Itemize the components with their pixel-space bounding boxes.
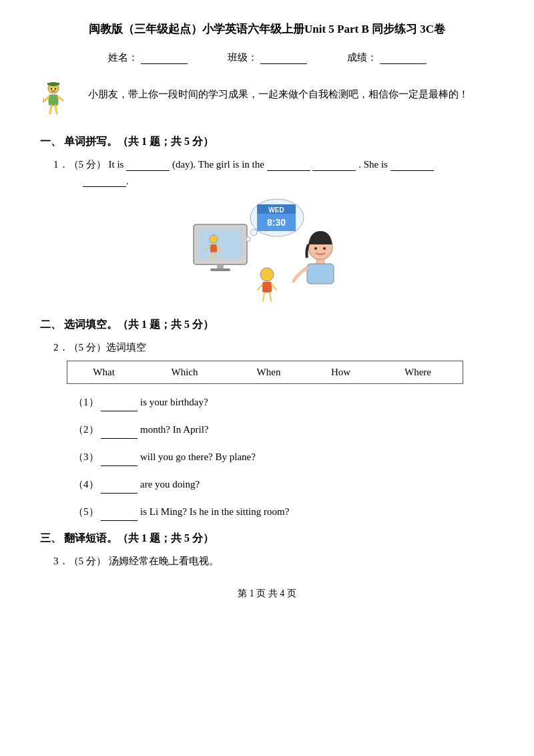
section3-title: 三、 翻译短语。（共 1 题；共 5 分） bbox=[40, 532, 494, 546]
illustration-area: WED 8:30 bbox=[40, 198, 494, 305]
choice-q4-num: （4） bbox=[73, 479, 99, 490]
word-where: Where bbox=[373, 361, 463, 384]
page-title: 闽教版（三年级起点）小学英语六年级上册Unit 5 Part B 同步练习 3C… bbox=[40, 20, 494, 38]
choice-q1-num: （1） bbox=[73, 397, 99, 407]
svg-rect-15 bbox=[210, 244, 217, 252]
blank-room2 bbox=[312, 159, 356, 171]
intro-box: 小朋友，带上你一段时间的学习成果，一起来做个自我检测吧，相信你一定是最棒的！ bbox=[40, 80, 494, 120]
word-what: What bbox=[67, 361, 141, 384]
choice-q5-num: （5） bbox=[73, 506, 99, 517]
svg-rect-20 bbox=[217, 264, 224, 268]
word-when: When bbox=[229, 361, 308, 384]
question-1-label: 1．（5 分） It is (day). The girl is in the … bbox=[53, 158, 494, 171]
svg-rect-34 bbox=[307, 264, 334, 284]
question-1: 1．（5 分） It is (day). The girl is in the … bbox=[40, 158, 494, 187]
svg-line-10 bbox=[50, 106, 51, 114]
word-options-table: What Which When How Where bbox=[67, 361, 463, 384]
question-3: 3．（5 分） 汤姆经常在晚上看电视。 bbox=[40, 555, 494, 568]
page-info: 第 1 页 共 4 页 bbox=[238, 588, 296, 598]
choice-q5-text: is Li Ming? Is he in the sitting room? bbox=[140, 506, 289, 517]
svg-point-35 bbox=[260, 268, 274, 281]
svg-point-3 bbox=[51, 88, 52, 89]
svg-rect-33 bbox=[316, 260, 325, 264]
svg-rect-21 bbox=[210, 268, 230, 271]
choice-q3-num: （3） bbox=[73, 451, 99, 462]
choice-q2-text: month? In April? bbox=[140, 424, 208, 435]
blank-she1 bbox=[390, 159, 434, 171]
choice-q3: （3） will you go there? By plane? bbox=[53, 448, 494, 466]
choice-q5-blank bbox=[101, 509, 138, 521]
word-options-row: What Which When How Where bbox=[67, 361, 463, 384]
svg-point-14 bbox=[210, 235, 218, 243]
svg-text:WED: WED bbox=[268, 206, 284, 214]
section2-title: 二、 选词填空。（共 1 题；共 5 分） bbox=[40, 318, 494, 332]
choice-q2-blank bbox=[101, 427, 138, 439]
word-how: How bbox=[308, 361, 373, 384]
svg-point-4 bbox=[55, 88, 56, 89]
class-field: 班级： bbox=[228, 51, 307, 64]
choice-q1-blank bbox=[101, 399, 138, 411]
score-field: 成绩： bbox=[347, 51, 427, 64]
svg-line-39 bbox=[263, 293, 264, 301]
svg-point-24 bbox=[246, 237, 251, 242]
section1-title: 一、 单词拼写。（共 1 题；共 5 分） bbox=[40, 135, 494, 149]
class-label: 班级： bbox=[228, 51, 258, 64]
svg-point-23 bbox=[250, 229, 257, 236]
choice-q2-num: （2） bbox=[73, 424, 99, 435]
score-label: 成绩： bbox=[347, 51, 377, 64]
choice-q1: （1） is your birthday? bbox=[53, 393, 494, 411]
svg-rect-2 bbox=[47, 83, 59, 85]
question-3-text: 汤姆经常在晚上看电视。 bbox=[109, 556, 219, 566]
scene-illustration: WED 8:30 bbox=[174, 198, 360, 305]
svg-text:8:30: 8:30 bbox=[267, 217, 286, 228]
class-blank bbox=[260, 52, 307, 64]
info-row: 姓名： 班级： 成绩： bbox=[40, 51, 494, 64]
question-2: 2．（5 分）选词填空 What Which When How Where （1… bbox=[40, 341, 494, 521]
choice-q4: （4） are you doing? bbox=[53, 476, 494, 494]
choice-q3-blank bbox=[101, 454, 138, 466]
question-2-label: 2．（5 分）选词填空 bbox=[53, 341, 494, 354]
blank-day bbox=[126, 159, 170, 171]
svg-point-31 bbox=[314, 247, 317, 250]
svg-line-37 bbox=[258, 285, 262, 290]
mascot-icon bbox=[40, 80, 80, 120]
choice-q4-blank bbox=[101, 482, 138, 494]
name-field: 姓名： bbox=[108, 51, 188, 64]
page-footer: 第 1 页 共 4 页 bbox=[40, 588, 494, 600]
svg-line-6 bbox=[44, 97, 49, 102]
svg-rect-5 bbox=[49, 95, 58, 106]
name-label: 姓名： bbox=[108, 51, 138, 64]
choice-q1-text: is your birthday? bbox=[140, 397, 208, 407]
svg-line-38 bbox=[272, 285, 276, 290]
score-blank bbox=[380, 52, 427, 64]
blank-room1 bbox=[267, 159, 310, 171]
choice-q4-text: are you doing? bbox=[140, 479, 200, 490]
choice-q2: （2） month? In April? bbox=[53, 421, 494, 439]
intro-text: 小朋友，带上你一段时间的学习成果，一起来做个自我检测吧，相信你一定是最棒的！ bbox=[88, 80, 469, 104]
choice-q3-text: will you go there? By plane? bbox=[140, 451, 256, 462]
word-which: Which bbox=[140, 361, 229, 384]
svg-point-32 bbox=[323, 247, 326, 250]
blank-she2 bbox=[83, 175, 126, 187]
name-blank bbox=[141, 52, 188, 64]
svg-line-8 bbox=[43, 98, 44, 100]
svg-line-7 bbox=[58, 97, 63, 100]
svg-rect-13 bbox=[199, 229, 242, 259]
question-1-continuation: . bbox=[53, 175, 494, 187]
svg-rect-36 bbox=[262, 282, 272, 293]
choice-q5: （5） is Li Ming? Is he in the sitting roo… bbox=[53, 503, 494, 521]
question-3-label: 3．（5 分） bbox=[53, 556, 106, 566]
svg-line-40 bbox=[270, 293, 271, 301]
svg-line-11 bbox=[55, 106, 57, 114]
